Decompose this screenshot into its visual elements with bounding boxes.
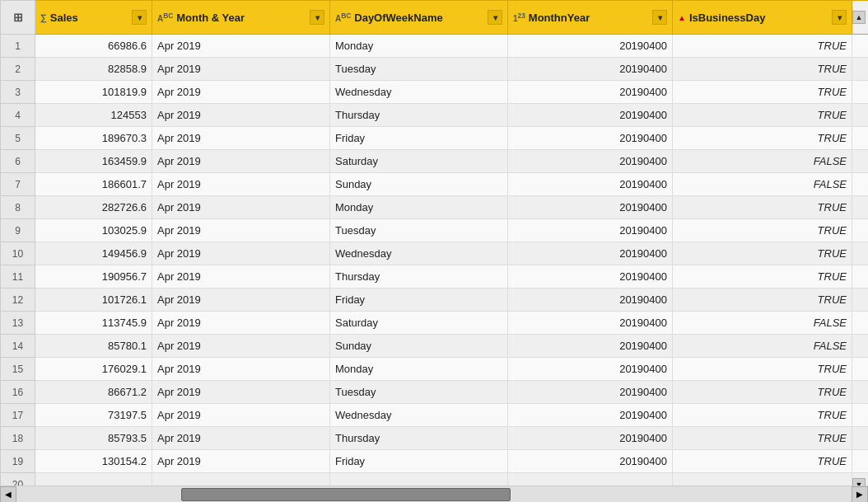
day-of-week-cell: Sunday (330, 335, 508, 358)
day-of-week-cell: Thursday (330, 265, 508, 289)
day-of-week-cell: Sunday (330, 173, 508, 196)
sales-cell: 186601.7 (35, 173, 152, 196)
scroll-right-button[interactable]: ▶ (852, 486, 868, 503)
sales-cell: 282726.6 (35, 196, 152, 219)
row-number-cell: 2 (1, 58, 35, 81)
month-year-type-icon: ABC (157, 12, 173, 23)
scroll-left-button[interactable]: ◀ (0, 486, 16, 503)
table-row: 11190956.7Apr 2019Thursday20190400TRUE (1, 265, 869, 289)
is-business-day-column-header[interactable]: ▲ IsBusinessDay ▾ (673, 1, 852, 35)
month-year-dropdown-button[interactable]: ▾ (310, 10, 324, 25)
table-row: 13113745.9Apr 2019Saturday20190400FALSE (1, 312, 869, 335)
scrollbar-cell (852, 127, 869, 150)
row-number-cell: 14 (1, 335, 35, 358)
scroll-up-button[interactable]: ▲ (852, 11, 866, 24)
sales-cell: 149456.9 (35, 242, 152, 265)
table-row: 19130154.2Apr 2019Friday20190400TRUE (1, 450, 869, 473)
row-number-cell: 17 (1, 404, 35, 427)
scrollbar-cell (852, 219, 869, 242)
month-year-cell: Apr 2019 (152, 35, 330, 58)
day-of-week-cell: Tuesday (330, 381, 508, 404)
month-year-cell: Apr 2019 (152, 381, 330, 404)
horizontal-scroll-thumb[interactable] (181, 488, 511, 501)
is-business-day-dropdown-button[interactable]: ▾ (832, 10, 847, 25)
sales-cell: 124553 (35, 104, 152, 127)
monthn-year-cell: 20190400 (508, 219, 673, 242)
month-year-column-header[interactable]: ABC Month & Year ▾ (152, 1, 330, 35)
is-business-day-cell: TRUE (673, 404, 852, 427)
table-row: 10149456.9Apr 2019Wednesday20190400TRUE (1, 242, 869, 265)
sales-cell: 101726.1 (35, 289, 152, 312)
is-business-day-cell: TRUE (673, 265, 852, 289)
day-of-week-cell: Monday (330, 358, 508, 381)
scrollbar-cell (852, 35, 869, 58)
monthn-year-cell: 20190400 (508, 81, 673, 104)
month-year-cell: Apr 2019 (152, 173, 330, 196)
monthn-year-cell: 20190400 (508, 35, 673, 58)
scrollbar-cell (852, 381, 869, 404)
day-of-week-dropdown-button[interactable]: ▾ (488, 10, 502, 25)
is-business-day-cell: TRUE (673, 242, 852, 265)
is-business-day-cell: TRUE (673, 196, 852, 219)
monthn-year-cell: 20190400 (508, 404, 673, 427)
scrollbar-cell (852, 58, 869, 81)
is-business-day-cell: TRUE (673, 450, 852, 473)
table-row: 7186601.7Apr 2019Sunday20190400FALSE (1, 173, 869, 196)
table-grid-icon: ⊞ (13, 11, 23, 24)
month-year-column-title: Month & Year (176, 12, 306, 24)
sales-cell: 82858.9 (35, 58, 152, 81)
sales-cell: 190956.7 (35, 265, 152, 289)
table-row: 12101726.1Apr 2019Friday20190400TRUE (1, 289, 869, 312)
monthn-year-cell: 20190400 (508, 196, 673, 219)
sales-column-header[interactable]: ∑ Sales ▾ (35, 1, 152, 35)
day-of-week-cell: Wednesday (330, 242, 508, 265)
monthn-year-column-header[interactable]: 123 MonthnYear ▾ (508, 1, 673, 35)
day-of-week-cell: Thursday (330, 104, 508, 127)
row-number-cell: 15 (1, 358, 35, 381)
table-row: 3101819.9Apr 2019Wednesday20190400TRUE (1, 81, 869, 104)
scrollbar-cell (852, 150, 869, 173)
day-of-week-cell: Tuesday (330, 58, 508, 81)
table-row: 1773197.5Apr 2019Wednesday20190400TRUE (1, 404, 869, 427)
day-of-week-cell: Friday (330, 289, 508, 312)
monthn-year-cell: 20190400 (508, 265, 673, 289)
monthn-year-cell: 20190400 (508, 173, 673, 196)
monthn-year-cell: 20190400 (508, 427, 673, 450)
month-year-cell: Apr 2019 (152, 150, 330, 173)
is-business-day-cell: TRUE (673, 58, 852, 81)
row-number-cell: 19 (1, 450, 35, 473)
monthn-year-cell: 20190400 (508, 312, 673, 335)
sales-cell: 103025.9 (35, 219, 152, 242)
sales-dropdown-button[interactable]: ▾ (132, 10, 147, 25)
day-of-week-cell: Wednesday (330, 81, 508, 104)
monthn-year-cell: 20190400 (508, 58, 673, 81)
monthn-year-cell: 20190400 (508, 358, 673, 381)
is-business-day-cell: TRUE (673, 104, 852, 127)
month-year-cell: Apr 2019 (152, 81, 330, 104)
day-of-week-column-header[interactable]: ABC DayOfWeekName ▾ (330, 1, 508, 35)
horizontal-scrollbar: ◀ ▶ (0, 486, 868, 502)
horizontal-scroll-track[interactable] (16, 486, 852, 503)
is-business-day-cell: FALSE (673, 335, 852, 358)
month-year-cell: Apr 2019 (152, 289, 330, 312)
sales-cell: 113745.9 (35, 312, 152, 335)
day-of-week-cell: Tuesday (330, 219, 508, 242)
row-number-cell: 4 (1, 104, 35, 127)
day-of-week-cell: Friday (330, 127, 508, 150)
row-number-header: ⊞ (1, 1, 35, 35)
is-business-day-cell: FALSE (673, 150, 852, 173)
day-of-week-cell: Friday (330, 450, 508, 473)
data-table: ⊞ ∑ Sales ▾ ABC Month & Year ▾ (0, 0, 868, 502)
sales-cell: 130154.2 (35, 450, 152, 473)
table-row: 1485780.1Apr 2019Sunday20190400FALSE (1, 335, 869, 358)
month-year-cell: Apr 2019 (152, 196, 330, 219)
sales-cell: 86671.2 (35, 381, 152, 404)
scrollbar-cell (852, 104, 869, 127)
day-of-week-cell: Monday (330, 35, 508, 58)
sales-cell: 163459.9 (35, 150, 152, 173)
scrollbar-header: ▲ (852, 1, 869, 35)
day-of-week-column-title: DayOfWeekName (354, 12, 484, 24)
table-row: 166986.6Apr 2019Monday20190400TRUE (1, 35, 869, 58)
monthn-year-dropdown-button[interactable]: ▾ (652, 10, 667, 25)
scrollbar-cell (852, 81, 869, 104)
